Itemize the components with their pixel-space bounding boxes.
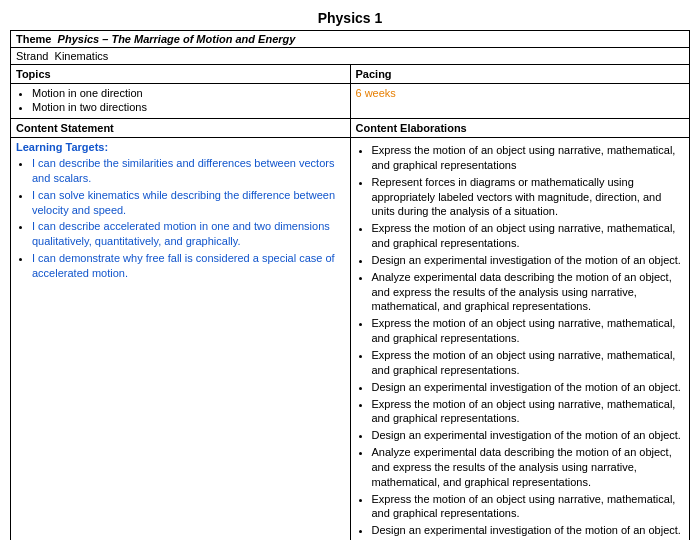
elaboration-4: Design an experimental investigation of …: [372, 253, 685, 268]
strand-label: Strand: [16, 50, 48, 62]
topics-pacing-value-row: Motion in one direction Motion in two di…: [11, 84, 690, 119]
content-body-row: Learning Targets: I can describe the sim…: [11, 138, 690, 541]
elaboration-5: Analyze experimental data describing the…: [372, 270, 685, 315]
learning-targets-list: I can describe the similarities and diff…: [16, 156, 345, 281]
theme-value: Physics – The Marriage of Motion and Ene…: [58, 33, 296, 45]
learning-target-1: I can describe the similarities and diff…: [32, 156, 345, 186]
elaboration-13: Design an experimental investigation of …: [372, 523, 685, 538]
elaboration-8: Design an experimental investigation of …: [372, 380, 685, 395]
pacing-value-cell: 6 weeks: [350, 84, 690, 119]
theme-cell: Theme Physics – The Marriage of Motion a…: [11, 31, 690, 48]
topics-list-cell: Motion in one direction Motion in two di…: [11, 84, 351, 119]
topics-pacing-header-row: Topics Pacing: [11, 65, 690, 84]
elaboration-7: Express the motion of an object using na…: [372, 348, 685, 378]
strand-row: Strand Kinematics: [11, 48, 690, 65]
topic-item-1: Motion in one direction: [32, 87, 345, 99]
learning-targets-label: Learning Targets:: [16, 141, 345, 153]
strand-cell: Strand Kinematics: [11, 48, 690, 65]
elaboration-10: Design an experimental investigation of …: [372, 428, 685, 443]
content-statement-header: Content Statement: [16, 122, 114, 134]
elaboration-6: Express the motion of an object using na…: [372, 316, 685, 346]
topics-header: Topics: [16, 68, 51, 80]
elaboration-2: Represent forces in diagrams or mathemat…: [372, 175, 685, 220]
theme-label: Theme: [16, 33, 51, 45]
elaboration-3: Express the motion of an object using na…: [372, 221, 685, 251]
strand-value: Kinematics: [55, 50, 109, 62]
content-elaborations-header-cell: Content Elaborations: [350, 119, 690, 138]
elaboration-12: Express the motion of an object using na…: [372, 492, 685, 522]
content-elaborations-header: Content Elaborations: [356, 122, 467, 134]
pacing-header: Pacing: [356, 68, 392, 80]
main-table: Theme Physics – The Marriage of Motion a…: [10, 30, 690, 540]
content-statement-header-cell: Content Statement: [11, 119, 351, 138]
pacing-header-cell: Pacing: [350, 65, 690, 84]
content-statement-body-cell: Learning Targets: I can describe the sim…: [11, 138, 351, 541]
pacing-value: 6 weeks: [356, 87, 396, 99]
page-container: Physics 1 Theme Physics – The Marriage o…: [10, 10, 690, 540]
content-elaborations-list: Express the motion of an object using na…: [356, 143, 685, 540]
learning-target-2: I can solve kinematics while describing …: [32, 188, 345, 218]
topics-header-cell: Topics: [11, 65, 351, 84]
theme-row: Theme Physics – The Marriage of Motion a…: [11, 31, 690, 48]
elaboration-1: Express the motion of an object using na…: [372, 143, 685, 173]
topics-list: Motion in one direction Motion in two di…: [16, 87, 345, 113]
content-elaborations-body-cell: Express the motion of an object using na…: [350, 138, 690, 541]
learning-target-4: I can demonstrate why free fall is consi…: [32, 251, 345, 281]
learning-target-3: I can describe accelerated motion in one…: [32, 219, 345, 249]
topic-item-2: Motion in two directions: [32, 101, 345, 113]
elaboration-11: Analyze experimental data describing the…: [372, 445, 685, 490]
page-title: Physics 1: [10, 10, 690, 26]
content-headers-row: Content Statement Content Elaborations: [11, 119, 690, 138]
elaboration-9: Express the motion of an object using na…: [372, 397, 685, 427]
